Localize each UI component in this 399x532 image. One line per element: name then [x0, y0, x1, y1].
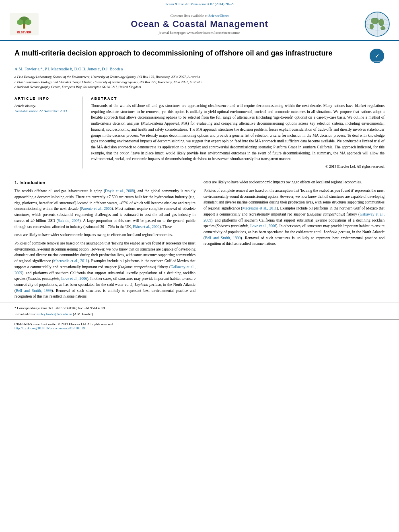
- abstract-text: Thousands of the world's offshore oil an…: [91, 103, 385, 162]
- article-info-heading: ARTICLE INFO: [14, 97, 77, 101]
- ref-macreadie[interactable]: Macreadie et al., 2011: [53, 259, 88, 263]
- globe-icon: [364, 10, 391, 38]
- body-col-right: costs are likely to have wider socioecon…: [204, 179, 385, 302]
- doi-link[interactable]: http://dx.doi.org/10.1016/j.ocecoaman.20…: [14, 326, 85, 330]
- sciencedirect-link: Contents lists available at ScienceDirec…: [40, 14, 359, 18]
- abstract-heading: ABSTRACT: [91, 97, 385, 101]
- copyright-line: © 2013 Elsevier Ltd. All rights reserved…: [91, 164, 385, 168]
- divider-1: [14, 93, 385, 93]
- body-para-1: The world's offshore oil and gas infrast…: [14, 188, 195, 230]
- journal-banner: ELSEVIER Contents lists available at Sci…: [0, 7, 399, 41]
- article-history-label: Article history:: [14, 104, 77, 108]
- svg-text:CrossMark: CrossMark: [372, 60, 382, 63]
- footer-doi: http://dx.doi.org/10.1016/j.ocecoaman.20…: [14, 326, 385, 330]
- affiliation-c: c National Oceanography Centre, European…: [14, 84, 385, 90]
- article-available-online: Available online 22 November 2013: [14, 109, 77, 113]
- ref-bell-r[interactable]: Bell and Smith, 1999: [205, 236, 241, 240]
- sciencedirect-anchor[interactable]: ScienceDirect: [208, 14, 228, 18]
- ref-parente[interactable]: Parente et al., 2006: [81, 207, 112, 211]
- authors-line: A.M. Fowler a,*, P.I. Macreadie b, D.O.B…: [14, 66, 385, 72]
- ref-salcido[interactable]: Salcido, 2005: [58, 219, 80, 223]
- journal-header-bar: Ocean & Coastal Management 87 (2014) 20–…: [0, 0, 399, 7]
- footer-issn: 0964-5691/$ – see front matter © 2013 El…: [14, 322, 385, 326]
- svg-point-9: [378, 19, 384, 26]
- body-para-right-2: Policies of complete removal are based o…: [204, 188, 385, 247]
- svg-text:ELSEVIER: ELSEVIER: [17, 31, 31, 34]
- globe-logo-container: [359, 10, 391, 38]
- ref-macreadie-r[interactable]: Macreadie et al., 2011: [242, 206, 277, 210]
- crossmark-icon: ✓ CrossMark: [369, 48, 385, 64]
- footnotes: * Corresponding author. Tel.: +61 9514 8…: [0, 302, 399, 319]
- body-col-left: 1. Introduction The world's offshore oil…: [14, 179, 195, 302]
- affiliations: a Fish Ecology Laboratory, School of the…: [14, 74, 385, 90]
- ref-ekins[interactable]: Ekins et al., 2006: [133, 225, 159, 229]
- footnote-email: E-mail address: ashley.fowler@uts.edu.au…: [14, 312, 385, 317]
- journal-title: Ocean & Coastal Management: [40, 19, 359, 29]
- abstract-section: ABSTRACT Thousands of the world's offsho…: [91, 97, 385, 168]
- email-link[interactable]: ashley.fowler@uts.edu.au: [37, 312, 72, 316]
- info-abstract-section: ARTICLE INFO Article history: Available …: [14, 97, 385, 168]
- footer-bar: 0964-5691/$ – see front matter © 2013 El…: [0, 319, 399, 332]
- ref-gallaway[interactable]: Gallaway et al., 2009: [14, 265, 195, 275]
- citation-text: Ocean & Coastal Management 87 (2014) 20–…: [165, 2, 234, 6]
- affiliation-a: a Fish Ecology Laboratory, School of the…: [14, 74, 385, 80]
- elsevier-logo-icon: ELSEVIER: [10, 13, 39, 35]
- article-main: A multi-criteria decision approach to de…: [0, 41, 399, 173]
- body-para-2: costs are likely to have wider socioecon…: [14, 232, 195, 238]
- svg-point-3: [25, 19, 31, 25]
- journal-homepage: journal homepage: www.elsevier.com/locat…: [40, 31, 359, 35]
- ref-doyle[interactable]: Doyle et al., 2008: [105, 189, 134, 193]
- article-title: A multi-criteria decision approach to de…: [14, 48, 369, 58]
- svg-rect-4: [23, 24, 25, 29]
- ref-love[interactable]: Love et al., 2006: [61, 277, 87, 281]
- svg-text:✓: ✓: [375, 53, 379, 59]
- journal-center-info: Contents lists available at ScienceDirec…: [40, 14, 359, 35]
- affiliation-b: b Plant Functional Biology and Climate C…: [14, 80, 385, 85]
- article-title-section: A multi-criteria decision approach to de…: [14, 48, 385, 64]
- body-para-right-1: costs are likely to have wider socioecon…: [204, 179, 385, 185]
- ref-gallaway-r[interactable]: Gallaway et al., 2009: [204, 212, 385, 222]
- svg-point-2: [17, 19, 23, 25]
- ref-bell[interactable]: Bell and Smith, 1999: [16, 289, 51, 293]
- footnote-corresponding: * Corresponding author. Tel.: +61 9514 8…: [14, 306, 385, 311]
- ref-love-r[interactable]: Love et al., 2006: [250, 224, 276, 228]
- email-label: E-mail address:: [14, 312, 37, 316]
- body-text-section: 1. Introduction The world's offshore oil…: [0, 179, 399, 302]
- article-info: ARTICLE INFO Article history: Available …: [14, 97, 83, 168]
- section-1-heading: 1. Introduction: [14, 179, 195, 186]
- body-para-3: Policies of complete removal are based o…: [14, 240, 195, 300]
- elsevier-logo-container: ELSEVIER: [8, 13, 40, 35]
- svg-point-10: [370, 24, 374, 29]
- divider-2: [14, 176, 385, 176]
